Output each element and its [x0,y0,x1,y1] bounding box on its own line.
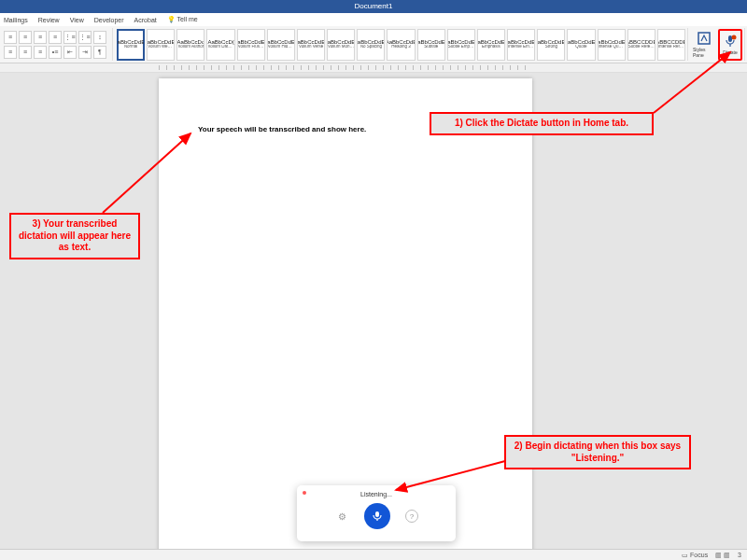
style-preview: AaBbCcDdEe [598,39,626,46]
style-preview: AaBbCcDdEe [357,39,385,46]
numbering-icon[interactable]: ⋮≡ [78,31,92,44]
style-label: Normal [118,45,144,49]
show-paragraph-marks-icon[interactable]: ¶ [93,46,106,59]
document-page[interactable]: Your speech will be transcribed and show… [159,78,532,549]
dictate-label: Dictate [723,49,738,55]
tell-me-label: Tell me [177,16,198,22]
style-swatch-6[interactable]: AaBbCcDdEeVollum Verse [297,29,325,61]
svg-point-3 [732,35,737,39]
tab-view[interactable]: View [70,17,84,23]
style-preview: AaBbCcDdEe [447,39,475,46]
dictate-button[interactable]: Dictate [718,29,742,61]
style-swatch-17[interactable]: AABBCCDDEESubtle Refer… [627,29,655,61]
style-preview: AaBbCcDdE [387,39,415,46]
style-label: Heading 3 [388,45,414,49]
style-swatch-0[interactable]: AaBbCcDdEeNormal [117,29,145,61]
style-label: Vollum Hidd… [268,45,294,49]
style-swatch-10[interactable]: AaBbCcDdEeSubtitle [417,29,445,61]
style-swatch-13[interactable]: AaBbCcDdEeIntense Emp… [507,29,535,61]
style-swatch-14[interactable]: AaBbCcDdEeStrong [537,29,565,61]
title-bar: Document1 [0,0,747,13]
style-preview: AaBbCcDdEe [297,39,325,46]
style-preview: AaBbCcDdEe [147,39,175,46]
decrease-indent-icon[interactable]: ⇤ [63,46,77,59]
ribbon: ≡ ≡ ≡ ≡ ⋮≡ ⋮≡ ↕ ≡ ≡ ≡ •≡ ⇤ ⇥ ¶ AaBbCcDdE… [0,26,747,63]
shading-icon[interactable]: ≡ [19,46,32,59]
bullets-icon[interactable]: ⋮≡ [63,31,77,44]
zoom-pct: 3 [738,552,741,558]
align-center-icon[interactable]: ≡ [19,31,32,44]
style-label: Quote [568,45,594,49]
style-preview: AaBbCcDdEe [537,39,565,46]
style-label: Subtitle [418,45,444,49]
style-swatch-1[interactable]: AaBbCcDdEeVollum Web… [147,29,175,61]
svg-rect-1 [728,35,732,42]
style-label: Intense Emp… [508,45,534,49]
increase-indent-icon[interactable]: ⇥ [78,46,92,59]
style-preview: AaBbCcDdEe [327,39,355,46]
ribbon-right-group: Styles Pane Dictate [688,28,745,61]
line-spacing-icon[interactable]: ≡ [4,46,17,59]
style-label: Vollum Web… [148,45,174,49]
view-buttons[interactable]: ▥ ▥ [715,552,730,559]
style-swatch-15[interactable]: AaBbCcDdEeQuote [567,29,595,61]
style-label: Strong [538,45,564,49]
style-swatch-16[interactable]: AaBbCcDdEeIntense Quote [598,29,626,61]
borders-icon[interactable]: ≡ [34,46,47,59]
tab-review[interactable]: Review [38,17,60,23]
sort-icon[interactable]: ↕ [93,31,106,44]
tab-mailings[interactable]: Mailings [4,17,28,23]
annotation-1: 1) Click the Dictate button in Home tab. [430,112,654,135]
style-preview: AaBbCcDdEe [237,39,265,46]
tab-tell-me[interactable]: 💡 Tell me [167,16,198,23]
microphone-icon [372,511,383,522]
style-preview: AaBbCcDdEe [507,39,535,46]
style-preview: AaBbCcDdEe [417,39,445,46]
dictation-status: Listening... [360,491,392,497]
document-body-text: Your speech will be transcribed and show… [198,125,366,133]
style-preview: AaBbCcDdEe [567,39,595,46]
svg-rect-4 [375,511,379,517]
align-right-icon[interactable]: ≡ [34,31,47,44]
style-preview: AABBCCDDEE [657,39,685,46]
focus-label: Focus [690,552,708,558]
styles-gallery: AaBbCcDdEeNormalAaBbCcDdEeVollum Web…AaB… [113,28,688,61]
style-label: Intense Refer… [658,45,684,49]
dictation-help-button[interactable]: ? [405,510,418,523]
document-area: Your speech will be transcribed and show… [0,73,747,549]
focus-mode-button[interactable]: ▭ Focus [682,552,708,559]
multilevel-list-icon[interactable]: •≡ [49,46,62,59]
style-label: Subtle Refer… [628,45,655,49]
style-label: Intense Quote [599,45,625,49]
style-preview: AABBCCDDEE [627,39,655,46]
style-swatch-18[interactable]: AABBCCDDEEIntense Refer… [657,29,685,61]
style-label: Emphasis [478,45,504,49]
ruler[interactable] [0,63,747,73]
style-swatch-2[interactable]: AaBbCcDdVollum Author [176,29,204,61]
style-preview: AaBbCcDdEe [117,39,145,46]
style-preview: AaBbCcDd [177,39,205,46]
style-label: Vollum Author [177,45,204,49]
style-swatch-4[interactable]: AaBbCcDdEeVollum Flush… [237,29,265,61]
style-label: Vollum Date… [207,45,233,49]
align-justify-icon[interactable]: ≡ [49,31,62,44]
styles-pane-label: Styles Pane [693,47,715,58]
style-swatch-5[interactable]: AaBbCcDdEeVollum Hidd… [267,29,295,61]
dictation-settings-button[interactable]: ⚙ [334,509,349,524]
style-swatch-8[interactable]: AaBbCcDdEeNo Spacing [357,29,385,61]
ribbon-tabs: Mailings Review View Developer Acrobat 💡… [0,13,747,26]
style-swatch-3[interactable]: AaBbCcD(Vollum Date… [206,29,234,61]
dictation-mic-button[interactable] [364,503,390,529]
style-swatch-11[interactable]: AaBbCcDdEeSubtle Emph… [447,29,475,61]
tab-developer[interactable]: Developer [94,17,124,23]
align-left-icon[interactable]: ≡ [4,31,17,44]
tab-acrobat[interactable]: Acrobat [134,17,157,23]
style-swatch-9[interactable]: AaBbCcDdEHeading 3 [387,29,415,61]
style-swatch-12[interactable]: AaBbCcDdEeEmphasis [477,29,505,61]
styles-pane-icon [698,32,711,45]
microphone-icon [724,35,737,48]
styles-pane-button[interactable]: Styles Pane [692,29,716,61]
style-label: No Spacing [358,45,384,49]
style-label: Vollum Mono… [328,45,354,49]
style-swatch-7[interactable]: AaBbCcDdEeVollum Mono… [327,29,355,61]
